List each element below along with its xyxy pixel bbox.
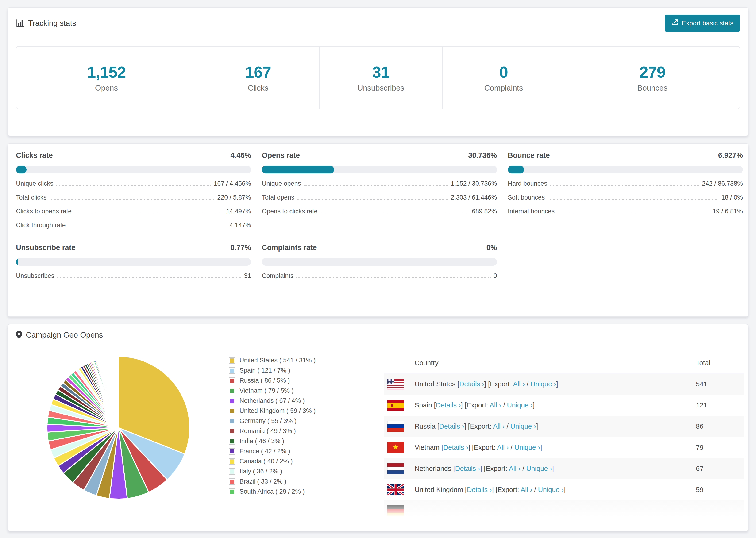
rate-progress-fill xyxy=(16,258,18,266)
rate-complaints-rate: Complaints rate0%Complaints0 xyxy=(262,243,497,280)
details-link[interactable]: Details › xyxy=(467,486,492,493)
stat-row: Total clicks220 / 5.87% xyxy=(16,194,251,201)
stat-row-value: 242 / 86.738% xyxy=(702,180,743,187)
rate-title: Complaints rate xyxy=(262,243,317,252)
stat-cell-clicks: 167Clicks xyxy=(197,47,320,109)
legend-swatch xyxy=(229,418,235,424)
total-cell: 79 xyxy=(692,437,744,458)
tracking-stats-title-text: Tracking stats xyxy=(28,19,76,28)
legend-swatch-color xyxy=(230,399,234,403)
geo-pie-chart xyxy=(8,346,229,523)
flag-cell xyxy=(384,395,411,416)
stat-row-label: Soft bounces xyxy=(508,194,545,201)
export-all-link[interactable]: All › xyxy=(493,422,505,430)
rate-head: Complaints rate0% xyxy=(262,243,497,252)
export-all-link[interactable]: All › xyxy=(490,402,501,409)
stat-row-value: 1,152 / 30.736% xyxy=(451,180,497,187)
stat-label: Opens xyxy=(95,83,118,92)
legend-label: United States ( 541 / 31% ) xyxy=(240,357,315,364)
legend-swatch-color xyxy=(230,439,234,443)
export-unique-link[interactable]: Unique › xyxy=(538,486,564,493)
stat-label: Unsubscribes xyxy=(357,83,404,92)
stat-row-value: 18 / 0% xyxy=(721,194,743,201)
export-all-link[interactable]: All › xyxy=(513,380,525,388)
dotted-leader xyxy=(75,213,223,213)
export-label: Export: xyxy=(486,465,509,472)
legend-label: Spain ( 121 / 7% ) xyxy=(240,367,290,374)
export-unique-link[interactable]: Unique › xyxy=(511,422,536,430)
export-label: Export: xyxy=(498,486,520,493)
export-unique-link[interactable]: Unique › xyxy=(507,402,533,409)
legend-swatch-color xyxy=(230,379,234,383)
export-unique-link[interactable]: Unique › xyxy=(526,465,552,472)
legend-item: Brazil ( 33 / 2% ) xyxy=(229,476,384,487)
bar-chart-icon xyxy=(16,19,25,27)
legend-label: Vietnam ( 79 / 5% ) xyxy=(240,387,294,394)
bracket: ] xyxy=(564,486,566,493)
dotted-leader xyxy=(296,277,490,278)
geo-table-row: Vietnam [Details ›] [Export: All › / Uni… xyxy=(384,437,744,458)
gb-flag-icon xyxy=(387,484,404,495)
export-all-link[interactable]: All › xyxy=(520,486,532,493)
details-link[interactable]: Details › xyxy=(455,465,480,472)
stat-value: 31 xyxy=(372,63,390,81)
details-link[interactable]: Details › xyxy=(436,402,460,409)
bracket: / xyxy=(525,380,530,388)
stat-row-label: Hard bounces xyxy=(508,180,547,187)
flag-cell xyxy=(384,416,411,437)
bracket: ] xyxy=(533,402,535,409)
bracket: [ xyxy=(453,465,455,472)
details-link[interactable]: Details › xyxy=(459,380,484,388)
geo-content: United States ( 541 / 31% )Spain ( 121 /… xyxy=(8,346,748,523)
total-cell: 67 xyxy=(692,458,744,479)
export-basic-stats-button[interactable]: Export basic stats xyxy=(665,15,740,32)
dotted-leader xyxy=(548,199,719,199)
bracket: ] [ xyxy=(484,380,490,388)
details-link[interactable]: Details › xyxy=(443,444,468,451)
rate-value: 4.46% xyxy=(230,151,251,160)
legend-item: Spain ( 121 / 7% ) xyxy=(229,365,384,376)
rate-value: 30.736% xyxy=(468,151,497,160)
ru-flag-icon xyxy=(387,421,404,432)
details-link[interactable]: Details › xyxy=(439,422,464,430)
pie-svg xyxy=(43,352,193,503)
bracket: / xyxy=(532,486,538,493)
legend-swatch xyxy=(229,388,235,394)
legend-label: Romania ( 49 / 3% ) xyxy=(240,427,296,435)
country-line: Spain [Details ›] [Export: All › / Uniqu… xyxy=(415,402,535,409)
rate-value: 0.77% xyxy=(230,243,251,252)
stat-row-label: Unique clicks xyxy=(16,180,53,187)
rate-title: Bounce rate xyxy=(508,151,550,160)
legend-item: Germany ( 55 / 3% ) xyxy=(229,416,384,426)
geo-table-row: Netherlands [Details ›] [Export: All › /… xyxy=(384,458,744,479)
legend-label: Netherlands ( 67 / 4% ) xyxy=(240,397,305,404)
export-all-link[interactable]: All › xyxy=(509,465,520,472)
stat-row: Unique opens1,152 / 30.736% xyxy=(262,180,497,187)
dotted-leader xyxy=(69,227,227,227)
geo-opens-card: Campaign Geo Opens United States ( 541 /… xyxy=(8,324,748,531)
legend-swatch-color xyxy=(230,429,234,433)
bracket: ] [ xyxy=(468,444,474,451)
legend-swatch xyxy=(229,488,235,495)
bracket: ] [ xyxy=(492,486,498,493)
bracket: / xyxy=(509,444,514,451)
export-unique-link[interactable]: Unique › xyxy=(514,444,540,451)
stat-row: Click through rate4.147% xyxy=(16,222,251,229)
rate-title: Unsubscribe rate xyxy=(16,243,75,252)
stat-cell-opens: 1,152Opens xyxy=(17,47,197,109)
export-unique-link[interactable]: Unique › xyxy=(530,380,556,388)
total-cell: 541 xyxy=(692,373,744,395)
geo-table-row: United Kingdom [Details ›] [Export: All … xyxy=(384,479,744,500)
dotted-leader xyxy=(550,185,699,186)
bracket: [ xyxy=(441,444,443,451)
stat-row: Internal bounces19 / 6.81% xyxy=(508,208,743,215)
stat-value: 1,152 xyxy=(87,63,126,81)
bracket: ] xyxy=(556,380,558,388)
export-all-link[interactable]: All › xyxy=(497,444,509,451)
legend-swatch-color xyxy=(230,449,234,454)
stat-cell-complaints: 0Complaints xyxy=(443,47,566,109)
export-label: Export: xyxy=(474,444,497,451)
total-cell: 121 xyxy=(692,395,744,416)
us-flag-icon xyxy=(387,379,404,389)
legend-item: France ( 42 / 2% ) xyxy=(229,446,384,456)
